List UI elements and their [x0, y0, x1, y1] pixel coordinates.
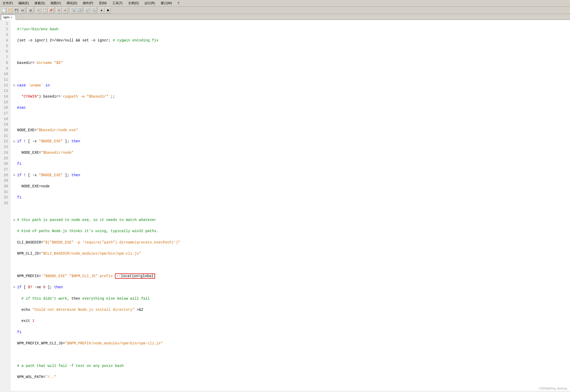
- line-22: [13, 262, 567, 268]
- line-15: NODE_EXE=node: [13, 184, 567, 189]
- line-32: NPM_WSL_PATH="/..": [13, 374, 567, 380]
- toolbar-replace[interactable]: 🔄: [77, 8, 82, 13]
- menu-window[interactable]: 窗口(W): [159, 1, 173, 6]
- menu-help[interactable]: ?: [176, 1, 181, 6]
- line-19: # kind of paths Node.js thinks it's usin…: [13, 228, 567, 234]
- code-text: # kind of paths Node.js thinks it's usin…: [17, 228, 158, 234]
- line-29: NPM_PREFIX_NPM_CLI_JS="$NPM_PREFIX/node_…: [13, 341, 567, 346]
- fold-31: [13, 364, 17, 368]
- fold-1: [13, 27, 17, 32]
- line-3: [13, 49, 567, 55]
- menu-plugin[interactable]: 插件(P): [81, 1, 95, 6]
- code-text: exit 1: [17, 318, 34, 324]
- line-5: [13, 71, 567, 77]
- tab-npm[interactable]: npm ✕: [1, 15, 16, 20]
- sep5: [83, 8, 84, 13]
- line-10: NODE_EXE="$basedir/node.exe": [13, 128, 567, 133]
- menu-search[interactable]: 搜索(S): [33, 1, 46, 6]
- toolbar-save[interactable]: 💾: [13, 8, 19, 13]
- toolbar-save-all[interactable]: 🗂: [20, 8, 25, 13]
- line-21: NPM_CLI_JS="$CLI_BASEDIR/node_modules/np…: [13, 251, 567, 257]
- code-text2: [ $? -ne 0 ]; then: [21, 285, 63, 290]
- line-7: *CYGWIN*) basedir=`cygpath -w "$basedir"…: [13, 94, 567, 100]
- fold-5: [13, 72, 17, 76]
- fold-18[interactable]: ⊟: [13, 218, 17, 222]
- menu-view[interactable]: 视图(V): [49, 1, 62, 6]
- toolbar-cut[interactable]: ✂: [36, 8, 41, 13]
- fold-9: [13, 117, 17, 121]
- fold-3: [13, 50, 17, 54]
- sep4: [69, 8, 69, 13]
- menu-doc[interactable]: 文档(D): [127, 1, 140, 6]
- code-content[interactable]: #!/usr/bin/env bash (set -o igncr) 2>/de…: [10, 20, 570, 391]
- fold-26: [13, 308, 17, 312]
- fold-20: [13, 241, 17, 245]
- code-text: # this path is passed to node.exe, so it…: [17, 217, 156, 223]
- toolbar-zoom-in[interactable]: 🔎: [85, 8, 90, 13]
- toolbar-find[interactable]: 🔍: [70, 8, 76, 13]
- code-text: CLI_BASEDIR="$("$NODE_EXE" -p 'require("…: [17, 240, 180, 246]
- line-13: fi: [13, 161, 567, 167]
- code-text2: ! [ -x "$NODE_EXE" ]; then: [21, 173, 80, 178]
- toolbar-paste[interactable]: 📌: [48, 8, 54, 13]
- menu-bar: 文件(F) 编辑(E) 搜索(S) 视图(V) 调试(D) 插件(P) 宏(M)…: [0, 0, 570, 7]
- tab-npm-close[interactable]: ✕: [10, 16, 12, 19]
- fold-33: [13, 387, 17, 391]
- code-text: fi: [17, 330, 21, 335]
- fold-16: [13, 196, 17, 200]
- toolbar-open[interactable]: 📂: [7, 8, 13, 13]
- toolbar-copy[interactable]: 📋: [42, 8, 48, 13]
- fold-19: [13, 230, 17, 234]
- fold-25: [13, 297, 17, 301]
- menu-debug[interactable]: 调试(D): [65, 1, 79, 6]
- toolbar-new[interactable]: 📄: [1, 8, 7, 13]
- toolbar-zoom-out[interactable]: 🔍: [91, 8, 97, 13]
- line-11: ⊟if ! [ -x "$NODE_EXE" ]; then: [13, 139, 567, 144]
- line-26: echo "Could not determine Node.js instal…: [13, 307, 567, 313]
- fold-28: [13, 330, 17, 335]
- code-text: fi: [17, 195, 21, 201]
- toolbar-run[interactable]: ▶: [99, 8, 105, 13]
- code-text: case: [17, 83, 26, 88]
- code-text: NODE_EXE="$basedir/node": [17, 150, 74, 156]
- fold-30: [13, 353, 17, 357]
- fold-4: [13, 61, 17, 65]
- fold-15: [13, 184, 17, 189]
- toolbar-stop[interactable]: ⏹: [105, 8, 111, 13]
- fold-6[interactable]: ⊟: [13, 84, 17, 88]
- menu-edit[interactable]: 编辑(E): [17, 1, 30, 6]
- menu-file[interactable]: 文件(F): [1, 1, 14, 6]
- line-1: #!/usr/bin/env bash: [13, 27, 567, 32]
- fold-24[interactable]: ⊟: [13, 285, 17, 290]
- code-text: basedir=`dirname "$0"`: [17, 60, 65, 66]
- fold-21: [13, 252, 17, 256]
- menu-run[interactable]: 运行(R): [143, 1, 157, 6]
- toolbar-undo[interactable]: ↩: [56, 8, 62, 13]
- line-24: ⊟if [ $? -ne 0 ]; then: [13, 285, 567, 290]
- fold-23: [13, 274, 17, 278]
- fold-11[interactable]: ⊟: [13, 140, 17, 144]
- tab-npm-label: npm: [3, 16, 9, 19]
- fold-14[interactable]: ⊟: [13, 173, 17, 177]
- code-text: *CYGWIN*) basedir=`cygpath -w "$basedir"…: [17, 94, 115, 100]
- fold-22: [13, 263, 17, 267]
- code-text2: `uname` in: [26, 83, 50, 88]
- line-23: NPM_PREFIX=`"$NODE_EXE" "$NPM_CLI_JS" pr…: [13, 273, 567, 279]
- code-text: # if this didn't work, then everything e…: [17, 296, 150, 302]
- toolbar-print[interactable]: 🖨: [28, 8, 33, 13]
- sep6: [98, 8, 98, 13]
- toolbar-redo[interactable]: ↪: [62, 8, 68, 13]
- line-12: NODE_EXE="$basedir/node": [13, 150, 567, 156]
- fold-13: [13, 162, 17, 166]
- line-17: [13, 206, 567, 212]
- line-20: CLI_BASEDIR="$("$NODE_EXE" -p 'require("…: [13, 240, 567, 246]
- code-text2: ! [ -x "$NODE_EXE" ]; then: [21, 139, 80, 144]
- fold-29: [13, 342, 17, 346]
- sep1: [26, 8, 27, 13]
- line-27: exit 1: [13, 318, 567, 324]
- code-text: fi: [17, 161, 21, 167]
- menu-tools[interactable]: 工具(T): [111, 1, 124, 6]
- code-text: if: [17, 285, 21, 290]
- menu-macro[interactable]: 宏(M): [97, 1, 108, 6]
- sep3: [55, 8, 55, 13]
